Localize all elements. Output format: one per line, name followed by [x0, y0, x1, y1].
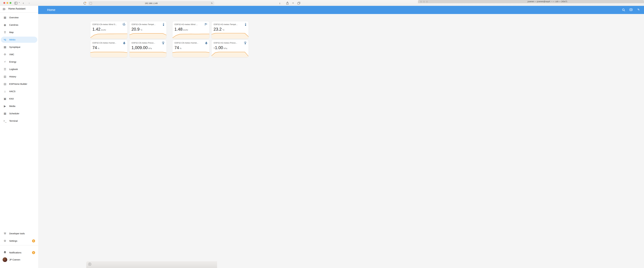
terminal-zoom-button[interactable]: [426, 1, 428, 2]
terminal-close-button[interactable]: [420, 1, 422, 2]
terminal-minimize-button[interactable]: [423, 1, 425, 2]
profile-icon: [88, 263, 92, 266]
desktop: jcoenen — jcoenen@rasp4: ~ — -zsh — 243x…: [0, 0, 644, 268]
ha-sidebar: Home Assistant ▦Overview◉Caméras⚲Map°CMé…: [0, 265, 38, 268]
terminal-window-titlebar[interactable]: jcoenen — jcoenen@rasp4: ~ — -zsh — 243x…: [418, 0, 644, 3]
background-window-fragment: [86, 261, 217, 268]
terminal-title: jcoenen — jcoenen@rasp4: ~ — -zsh — 243x…: [528, 0, 567, 2]
